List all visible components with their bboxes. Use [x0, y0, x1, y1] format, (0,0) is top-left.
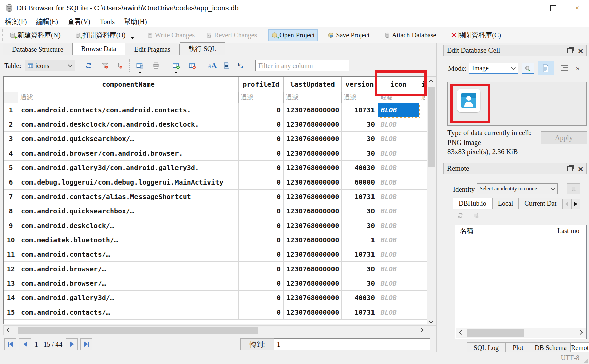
cell-version[interactable]: 30: [342, 146, 378, 161]
import-data-button[interactable]: [522, 63, 534, 74]
row-number[interactable]: 8: [4, 204, 18, 218]
cell-lastUpdated[interactable]: 1230768000000: [284, 190, 342, 204]
cell-icon[interactable]: BLOB: [378, 204, 419, 218]
new-database-button[interactable]: + 新建資料庫(N): [7, 29, 63, 41]
cell-componentName[interactable]: com.android.contacts/…: [18, 305, 239, 320]
cell-extra[interactable]: [419, 233, 427, 247]
cell-componentName[interactable]: com.android.browser/com.android.browser.: [18, 146, 239, 161]
row-number[interactable]: 10: [4, 233, 18, 247]
dropdown-icon[interactable]: [139, 72, 141, 74]
cell-extra[interactable]: [419, 204, 427, 218]
attach-database-button[interactable]: Attach Database: [381, 30, 439, 41]
grid-horizontal-scrollbar[interactable]: [3, 325, 436, 335]
close-button[interactable]: ×: [565, 0, 589, 16]
cell-extra[interactable]: [419, 190, 427, 204]
cell-lastUpdated[interactable]: 1230768000000: [284, 204, 342, 218]
row-number[interactable]: 13: [4, 276, 18, 291]
tab-edit-pragmas[interactable]: Edit Pragmas: [125, 44, 179, 55]
tab-database-structure[interactable]: Database Structure: [3, 44, 72, 55]
cell-extra[interactable]: [419, 161, 427, 175]
identity-settings-button[interactable]: [567, 183, 580, 194]
cell-extra[interactable]: [419, 218, 427, 233]
cell-profileId[interactable]: 0: [239, 132, 284, 146]
cell-icon[interactable]: BLOB: [378, 103, 419, 117]
cell-componentName[interactable]: com.android.contacts/…: [18, 247, 239, 262]
cell-lastUpdated[interactable]: 1230768000000: [284, 247, 342, 262]
tab-dbhub[interactable]: DBHub.io: [453, 198, 492, 209]
refresh-button[interactable]: [83, 60, 94, 71]
cell-profileId[interactable]: 0: [239, 190, 284, 204]
row-number[interactable]: 4: [4, 146, 18, 161]
cell-profileId[interactable]: 0: [239, 117, 284, 132]
cell-icon[interactable]: BLOB: [378, 132, 419, 146]
cell-lastUpdated[interactable]: 1230768000000: [284, 161, 342, 175]
insert-record-button[interactable]: [170, 60, 182, 71]
row-number[interactable]: 2: [4, 117, 18, 132]
cell-profileId[interactable]: 0: [239, 247, 284, 262]
list-header-last-modified[interactable]: Last mo: [554, 227, 586, 235]
tab-scroll-left-button[interactable]: [562, 199, 571, 209]
cell-extra[interactable]: [419, 247, 427, 262]
float-panel-icon[interactable]: [567, 166, 573, 171]
cell-icon[interactable]: BLOB: [378, 291, 419, 305]
tab-browse-data[interactable]: Browse Data: [72, 43, 125, 55]
cell-componentName[interactable]: com.android.contacts/com.android.contact…: [18, 103, 239, 117]
encoding-label[interactable]: UTF-8: [555, 354, 579, 362]
cell-version[interactable]: 10731: [342, 103, 378, 117]
tab-db-schema[interactable]: DB Schema: [531, 342, 571, 353]
horizontal-scroll-thumb[interactable]: [18, 327, 258, 334]
cell-componentName[interactable]: com.android.gallery3d/…: [18, 291, 239, 305]
text-view-button[interactable]: [538, 61, 554, 75]
cell-version[interactable]: 40030: [342, 291, 378, 305]
cell-componentName[interactable]: com.android.quicksearchbox/…: [18, 132, 239, 146]
cell-version[interactable]: 10731: [342, 305, 378, 320]
cell-version[interactable]: 10731: [342, 190, 378, 204]
row-number[interactable]: 15: [4, 305, 18, 320]
cell-extra[interactable]: [419, 291, 427, 305]
cell-icon[interactable]: BLOB: [378, 218, 419, 233]
menu-edit[interactable]: 編輯(E): [31, 17, 63, 26]
filter-input[interactable]: [18, 92, 238, 103]
tab-plot[interactable]: Plot: [505, 342, 531, 353]
filter-input[interactable]: [284, 92, 341, 103]
save-results-button[interactable]: [134, 60, 146, 71]
cell-icon[interactable]: BLOB: [378, 146, 419, 161]
cell-profileId[interactable]: 0: [239, 161, 284, 175]
corner-header[interactable]: [4, 77, 18, 92]
print-button[interactable]: [150, 60, 162, 71]
cell-componentName[interactable]: com.android.deskclock/com.android.deskcl…: [18, 117, 239, 132]
table-select[interactable]: icons: [25, 60, 75, 71]
scroll-left-icon[interactable]: [459, 331, 463, 334]
row-number[interactable]: 9: [4, 218, 18, 233]
column-header-profileId[interactable]: profileId: [239, 77, 284, 92]
delete-record-button[interactable]: [187, 60, 198, 71]
cell-profileId[interactable]: 0: [239, 146, 284, 161]
font-button[interactable]: AA: [207, 60, 218, 71]
cell-profileId[interactable]: 0: [239, 305, 284, 320]
scroll-left-icon[interactable]: [6, 328, 11, 332]
row-number[interactable]: 7: [4, 190, 18, 204]
global-filter-input[interactable]: [255, 60, 349, 71]
cell-icon[interactable]: BLOB: [378, 117, 419, 132]
cell-lastUpdated[interactable]: 1230768000000: [284, 103, 342, 117]
scroll-right-icon[interactable]: [420, 328, 424, 332]
menu-file[interactable]: 檔案(F): [0, 17, 31, 26]
cell-componentName[interactable]: com.android.browser/…: [18, 262, 239, 276]
cell-icon[interactable]: BLOB: [378, 190, 419, 204]
remote-list-hscrollbar[interactable]: [456, 328, 586, 338]
cell-extra[interactable]: [419, 146, 427, 161]
cell-extra[interactable]: [419, 262, 427, 276]
write-changes-button[interactable]: Write Changes: [144, 30, 198, 41]
cell-version[interactable]: 30: [342, 276, 378, 291]
close-database-button[interactable]: ✕ 關閉資料庫(C): [448, 29, 503, 41]
row-number[interactable]: 12: [4, 262, 18, 276]
row-number[interactable]: 14: [4, 291, 18, 305]
clear-sorting-button[interactable]: [114, 60, 125, 71]
filter-input[interactable]: [239, 92, 283, 103]
cell-profileId[interactable]: 0: [239, 204, 284, 218]
cell-lastUpdated[interactable]: 1230768000000: [284, 291, 342, 305]
identity-select[interactable]: Select an identity to conne: [477, 183, 558, 194]
font-size-button[interactable]: ba: [235, 60, 246, 71]
cell-icon[interactable]: BLOB: [378, 262, 419, 276]
cell-lastUpdated[interactable]: 1230768000000: [284, 305, 342, 320]
